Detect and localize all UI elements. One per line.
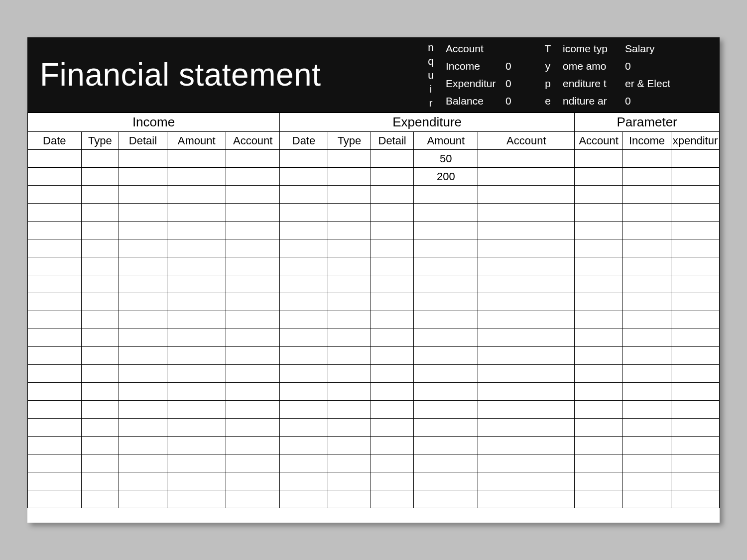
cell[interactable] — [371, 239, 414, 257]
cell[interactable] — [167, 365, 226, 383]
cell[interactable] — [671, 239, 719, 257]
cell[interactable] — [575, 150, 623, 168]
cell[interactable] — [623, 168, 671, 186]
cell[interactable] — [575, 293, 623, 311]
cell[interactable] — [478, 293, 575, 311]
cell[interactable] — [28, 383, 82, 401]
cell[interactable] — [328, 239, 371, 257]
cell[interactable] — [575, 222, 623, 239]
cell[interactable] — [623, 419, 671, 437]
cell[interactable] — [167, 472, 226, 490]
cell[interactable] — [280, 419, 328, 437]
cell[interactable] — [478, 419, 575, 437]
cell[interactable] — [328, 275, 371, 293]
cell[interactable] — [226, 347, 280, 365]
cell[interactable] — [623, 257, 671, 275]
cell[interactable] — [623, 204, 671, 222]
cell[interactable] — [119, 347, 167, 365]
cell[interactable] — [414, 419, 478, 437]
cell[interactable] — [81, 293, 119, 311]
cell[interactable] — [167, 454, 226, 472]
cell[interactable] — [280, 186, 328, 204]
cell[interactable] — [119, 222, 167, 239]
cell[interactable] — [28, 222, 82, 239]
cell[interactable] — [575, 168, 623, 186]
cell[interactable] — [478, 454, 575, 472]
cell[interactable] — [28, 329, 82, 347]
cell[interactable] — [28, 347, 82, 365]
cell[interactable] — [575, 401, 623, 419]
cell[interactable] — [226, 437, 280, 454]
cell[interactable] — [478, 275, 575, 293]
cell[interactable] — [414, 401, 478, 419]
cell[interactable] — [280, 365, 328, 383]
cell[interactable] — [28, 275, 82, 293]
cell[interactable] — [623, 347, 671, 365]
cell[interactable] — [371, 419, 414, 437]
cell[interactable] — [371, 437, 414, 454]
cell[interactable] — [28, 150, 82, 168]
cell[interactable] — [371, 311, 414, 329]
cell[interactable] — [328, 329, 371, 347]
cell[interactable] — [226, 472, 280, 490]
cell[interactable] — [167, 293, 226, 311]
table-row[interactable]: 200 — [28, 168, 720, 186]
cell[interactable] — [119, 401, 167, 419]
table-row[interactable] — [28, 383, 720, 401]
cell[interactable] — [119, 239, 167, 257]
cell[interactable] — [167, 239, 226, 257]
cell[interactable] — [575, 454, 623, 472]
cell[interactable] — [81, 186, 119, 204]
cell[interactable] — [167, 401, 226, 419]
cell[interactable] — [671, 472, 719, 490]
cell[interactable] — [371, 347, 414, 365]
cell[interactable] — [81, 454, 119, 472]
cell[interactable] — [81, 204, 119, 222]
cell[interactable] — [575, 239, 623, 257]
cell[interactable] — [671, 437, 719, 454]
cell[interactable] — [226, 186, 280, 204]
cell[interactable] — [280, 401, 328, 419]
cell[interactable] — [414, 329, 478, 347]
cell[interactable] — [167, 347, 226, 365]
cell[interactable] — [478, 311, 575, 329]
cell[interactable] — [81, 222, 119, 239]
cell[interactable] — [328, 150, 371, 168]
cell[interactable] — [226, 275, 280, 293]
table-row[interactable] — [28, 329, 720, 347]
cell[interactable] — [575, 257, 623, 275]
cell[interactable] — [226, 222, 280, 239]
cell[interactable] — [371, 454, 414, 472]
cell[interactable] — [623, 365, 671, 383]
cell[interactable] — [280, 168, 328, 186]
cell[interactable] — [280, 329, 328, 347]
cell[interactable] — [478, 239, 575, 257]
cell[interactable] — [167, 186, 226, 204]
table-row[interactable] — [28, 257, 720, 275]
table-row[interactable] — [28, 293, 720, 311]
cell[interactable] — [167, 222, 226, 239]
cell[interactable] — [226, 239, 280, 257]
cell[interactable] — [226, 383, 280, 401]
cell[interactable] — [623, 150, 671, 168]
table-row[interactable] — [28, 186, 720, 204]
cell[interactable] — [414, 186, 478, 204]
cell[interactable] — [328, 472, 371, 490]
cell[interactable] — [119, 472, 167, 490]
cell[interactable] — [414, 437, 478, 454]
cell[interactable] — [81, 311, 119, 329]
cell[interactable] — [119, 383, 167, 401]
cell[interactable] — [414, 222, 478, 239]
cell[interactable] — [623, 239, 671, 257]
cell[interactable] — [81, 168, 119, 186]
cell[interactable] — [226, 490, 280, 508]
cell[interactable] — [280, 490, 328, 508]
cell[interactable] — [371, 383, 414, 401]
cell[interactable] — [371, 222, 414, 239]
cell[interactable] — [671, 311, 719, 329]
table-row[interactable] — [28, 437, 720, 454]
cell[interactable] — [81, 472, 119, 490]
cell[interactable] — [414, 454, 478, 472]
cell[interactable] — [167, 204, 226, 222]
cell[interactable] — [478, 383, 575, 401]
